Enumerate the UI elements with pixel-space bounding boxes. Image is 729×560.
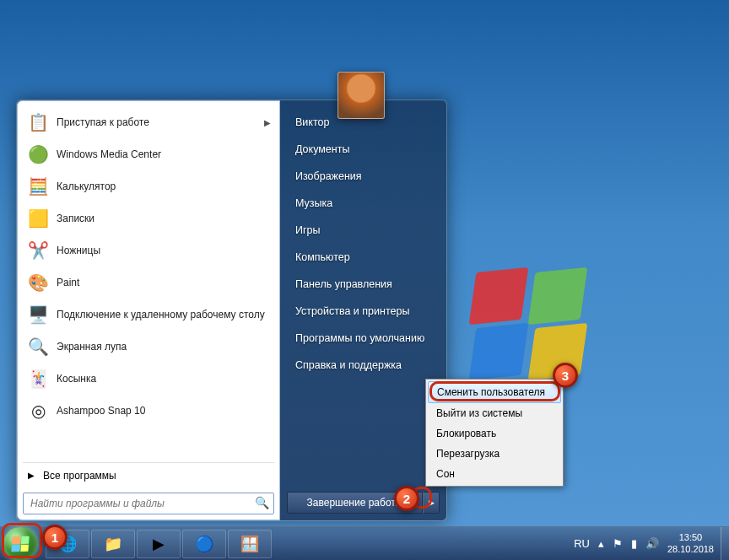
- right-pane-item[interactable]: Справка и поддержка: [287, 352, 440, 379]
- clock[interactable]: 13:50 28.10.2018: [667, 532, 714, 554]
- chevron-right-icon: ▶: [264, 118, 271, 127]
- program-label: Записки: [57, 213, 271, 224]
- program-label: Приступая к работе: [57, 116, 257, 128]
- right-pane-item[interactable]: Панель управления: [287, 271, 440, 298]
- right-pane-item[interactable]: Документы: [287, 136, 440, 163]
- program-label: Экранная лупа: [57, 341, 271, 353]
- program-item[interactable]: 🃏Косынка: [23, 363, 274, 395]
- shutdown-submenu: Сменить пользователяВыйти из системыБлок…: [425, 379, 564, 487]
- submenu-item[interactable]: Перезагрузка: [428, 444, 561, 464]
- submenu-item[interactable]: Выйти из системы: [428, 403, 561, 423]
- taskbar-pinned-app[interactable]: 🔵: [182, 530, 226, 558]
- program-item[interactable]: 🔍Экранная лупа: [23, 331, 274, 363]
- all-programs-label: Все программы: [43, 470, 116, 482]
- start-button[interactable]: [3, 527, 37, 561]
- media-center-icon: 🟢: [26, 143, 50, 166]
- search-input[interactable]: [23, 493, 274, 514]
- program-label: Калькулятор: [57, 180, 271, 192]
- annotation-callout-1: 1: [42, 525, 68, 550]
- right-pane-item[interactable]: Программы по умолчанию: [287, 325, 440, 352]
- program-label: Ashampoo Snap 10: [57, 405, 271, 417]
- program-label: Подключение к удаленному рабочему столу: [57, 309, 271, 320]
- program-item[interactable]: 🟢Windows Media Center: [23, 138, 274, 170]
- start-menu-right-pane: ВикторДокументыИзображенияМузыкаИгрыКомп…: [280, 100, 446, 520]
- program-item[interactable]: 🎨Paint: [23, 267, 274, 299]
- right-pane-item[interactable]: Игры: [287, 217, 440, 244]
- shutdown-arrow-button[interactable]: ▶: [423, 492, 440, 514]
- program-item[interactable]: ✂️Ножницы: [23, 234, 274, 267]
- program-item[interactable]: 🟨Записки: [23, 202, 274, 234]
- paint-icon: 🎨: [26, 271, 50, 294]
- sticky-notes-icon: 🟨: [26, 207, 50, 230]
- program-label: Paint: [57, 277, 271, 288]
- program-item[interactable]: 🧮Калькулятор: [23, 170, 274, 202]
- right-pane-item[interactable]: Музыка: [287, 190, 440, 217]
- submenu-item[interactable]: Блокировать: [428, 423, 561, 444]
- program-list: 📋Приступая к работе▶🟢Windows Media Cente…: [23, 106, 274, 460]
- taskbar-pinned-app[interactable]: 📁: [91, 530, 135, 558]
- lang-indicator[interactable]: RU: [574, 537, 590, 550]
- program-label: Ножницы: [57, 245, 271, 256]
- right-pane-item[interactable]: Компьютер: [287, 244, 440, 271]
- taskbar: 🌐📁▶🔵🪟 RU ▴ ⚑ ▮ 🔊 13:50 28.10.2018: [0, 526, 729, 560]
- media-player-icon: ▶: [153, 535, 165, 553]
- clock-date: 28.10.2018: [667, 544, 714, 555]
- search-icon: 🔍: [255, 496, 269, 509]
- volume-icon[interactable]: 🔊: [645, 537, 659, 550]
- window-switcher-icon: 🪟: [240, 535, 259, 553]
- tray-chevron-icon[interactable]: ▴: [598, 537, 604, 550]
- magnifier-icon: 🔍: [26, 335, 50, 358]
- right-pane-item[interactable]: Изображения: [287, 163, 440, 190]
- file-explorer-icon: 📁: [104, 535, 122, 553]
- program-item[interactable]: 🖥️Подключение к удаленному рабочему стол…: [23, 299, 274, 331]
- start-menu: 📋Приступая к работе▶🟢Windows Media Cente…: [16, 100, 447, 521]
- submenu-item[interactable]: Сон: [428, 464, 561, 484]
- snap-icon: ◎: [26, 399, 50, 423]
- windows-logo-icon: [11, 536, 29, 552]
- clock-time: 13:50: [667, 532, 714, 543]
- program-item[interactable]: ◎Ashampoo Snap 10: [23, 395, 274, 427]
- triangle-right-icon: ▶: [28, 471, 35, 480]
- getting-started-icon: 📋: [26, 110, 50, 134]
- program-label: Windows Media Center: [57, 148, 271, 160]
- search-box: 🔍: [23, 493, 274, 514]
- program-item[interactable]: 📋Приступая к работе▶: [23, 106, 274, 138]
- start-menu-left-pane: 📋Приступая к работе▶🟢Windows Media Cente…: [17, 100, 280, 520]
- network-icon[interactable]: ▮: [631, 537, 637, 550]
- chrome-icon: 🔵: [195, 535, 213, 553]
- program-label: Косынка: [57, 373, 271, 385]
- triangle-right-icon: ▶: [429, 498, 435, 507]
- show-desktop-button[interactable]: [721, 527, 729, 561]
- calculator-icon: 🧮: [26, 175, 50, 198]
- action-center-icon[interactable]: ⚑: [613, 537, 623, 550]
- user-picture[interactable]: [338, 72, 385, 119]
- system-tray: RU ▴ ⚑ ▮ 🔊 13:50 28.10.2018: [574, 532, 721, 554]
- right-pane-item[interactable]: Устройства и принтеры: [287, 298, 440, 325]
- taskbar-pinned-app[interactable]: 🪟: [228, 530, 272, 558]
- all-programs-button[interactable]: ▶ Все программы: [23, 462, 274, 487]
- shutdown-label: Завершение работы: [307, 497, 403, 509]
- submenu-item[interactable]: Сменить пользователя: [428, 381, 561, 403]
- solitaire-icon: 🃏: [26, 367, 50, 390]
- remote-desktop-icon: 🖥️: [26, 303, 50, 326]
- annotation-callout-3: 3: [553, 363, 578, 388]
- annotation-callout-2: 2: [394, 486, 419, 511]
- wallpaper-windows-logo: [472, 270, 608, 354]
- snipping-tool-icon: ✂️: [26, 239, 50, 262]
- taskbar-pinned-app[interactable]: ▶: [137, 530, 181, 558]
